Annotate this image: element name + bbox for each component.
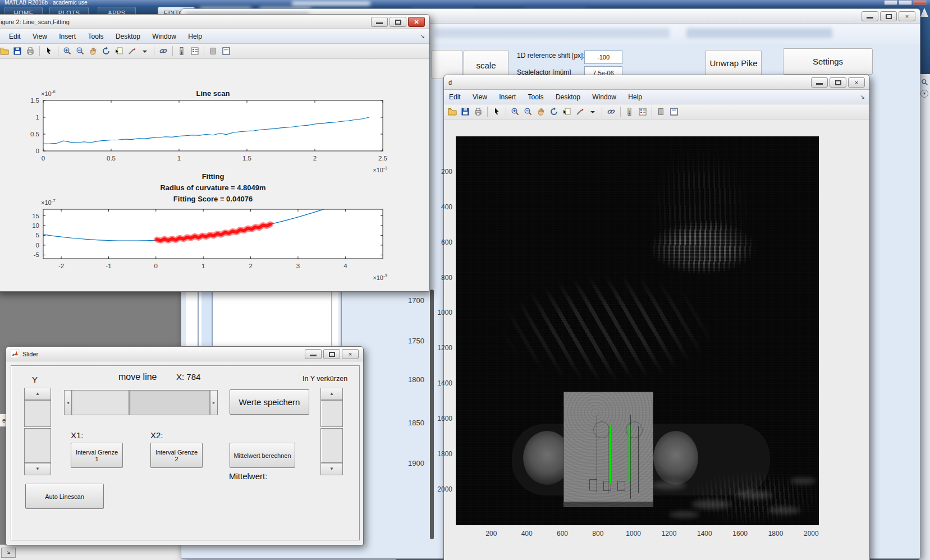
- y2-slider-thumb[interactable]: [320, 400, 343, 427]
- gui-restore-button[interactable]: [880, 11, 897, 21]
- pan-hand-icon[interactable]: [88, 45, 99, 57]
- y-slider-thumb[interactable]: [24, 400, 51, 427]
- figure2-close-button[interactable]: ✕: [408, 17, 425, 27]
- svg-text:4: 4: [343, 263, 347, 269]
- dock-plain-icon[interactable]: [656, 106, 667, 117]
- search-icon[interactable]: [921, 79, 928, 86]
- menu-view[interactable]: View: [28, 29, 52, 44]
- gui-close-button[interactable]: ×: [899, 11, 915, 21]
- matlab-minimize-button[interactable]: [884, 0, 897, 5]
- figure-d-restore-button[interactable]: [830, 77, 846, 88]
- image-y-tick-label: 1400: [433, 379, 452, 387]
- figure-d-close-button[interactable]: ×: [848, 77, 865, 88]
- menu-window[interactable]: Window: [147, 29, 181, 44]
- pointer-icon[interactable]: [491, 106, 502, 117]
- matlab-titlebar: MATLAB R2016b - academic use: [0, 0, 930, 6]
- menu-overflow-icon[interactable]: ↘: [860, 90, 865, 104]
- dropdown-caret-icon[interactable]: [139, 45, 150, 57]
- pointer-icon[interactable]: [43, 45, 54, 57]
- zoom-out-icon[interactable]: [523, 106, 534, 117]
- figure2-restore-button[interactable]: [390, 17, 406, 27]
- zoom-in-icon[interactable]: [62, 45, 73, 57]
- figure-window-d: d × Edit View Insert Tools Desktop Windo…: [443, 75, 870, 560]
- legend-icon[interactable]: [637, 106, 648, 117]
- interval-limit-2-button[interactable]: Interval Grenze 2: [150, 443, 203, 468]
- save-icon[interactable]: [12, 45, 23, 57]
- open-folder-icon[interactable]: [0, 45, 10, 57]
- dock-plain-icon[interactable]: [208, 45, 219, 57]
- data-cursor-icon[interactable]: [113, 45, 125, 57]
- auto-linescan-button[interactable]: Auto Linescan: [25, 484, 104, 509]
- print-icon[interactable]: [473, 106, 484, 117]
- dock-frame-icon[interactable]: [668, 106, 680, 117]
- open-folder-icon[interactable]: [447, 106, 458, 117]
- x-slider-track[interactable]: [129, 390, 210, 415]
- figure2-minimize-button[interactable]: [371, 17, 388, 27]
- menu-insert[interactable]: Insert: [54, 29, 81, 44]
- diagonal-fringes: [487, 263, 728, 394]
- menu-tools[interactable]: Tools: [523, 90, 549, 104]
- slider-minimize-button[interactable]: [305, 349, 322, 359]
- y-slider-down-button[interactable]: ▼: [24, 463, 51, 475]
- y-slider-track[interactable]: [24, 428, 51, 463]
- x-slider-right-button[interactable]: ►: [210, 390, 218, 415]
- pan-hand-icon[interactable]: [535, 106, 547, 117]
- expand-dropdown-icon[interactable]: ▾: [920, 90, 928, 98]
- link-plot-icon[interactable]: [158, 45, 169, 57]
- slider-close-button[interactable]: ×: [342, 349, 359, 359]
- figure-d-minimize-button[interactable]: [811, 77, 828, 88]
- menu-desktop[interactable]: Desktop: [111, 29, 145, 44]
- bottom-scrollbar[interactable]: ⁞▴: [1, 548, 16, 558]
- colorbar-icon[interactable]: [176, 45, 187, 57]
- data-cursor-icon[interactable]: [561, 106, 572, 117]
- y2-slider-track[interactable]: [320, 428, 343, 463]
- brush-icon[interactable]: [574, 106, 585, 117]
- colorbar-icon[interactable]: [624, 106, 635, 117]
- svg-text:0: 0: [42, 155, 45, 162]
- compute-mean-button[interactable]: Mittelwert berechnen: [230, 443, 295, 468]
- y2-slider-down-button[interactable]: ▼: [320, 463, 343, 475]
- slider-restore-button[interactable]: [323, 349, 340, 359]
- image-x-tick-label: 1800: [767, 530, 784, 538]
- print-icon[interactable]: [25, 45, 36, 57]
- y2-slider-up-button[interactable]: ▲: [320, 388, 343, 400]
- zoom-in-icon[interactable]: [510, 106, 521, 117]
- svg-text:-2: -2: [58, 263, 64, 269]
- ref-shift-input[interactable]: [584, 51, 622, 64]
- svg-text:1: 1: [36, 114, 39, 121]
- save-icon[interactable]: [460, 106, 471, 117]
- matlab-maximize-button[interactable]: [899, 0, 912, 5]
- matlab-window-controls: [884, 0, 927, 5]
- matlab-close-button[interactable]: [913, 0, 927, 5]
- image-x-tick-label: 2000: [803, 530, 819, 538]
- menu-view[interactable]: View: [468, 90, 492, 104]
- brush-icon[interactable]: [126, 45, 138, 57]
- menu-tools[interactable]: Tools: [83, 29, 109, 44]
- save-values-button[interactable]: Werte speichern: [230, 389, 309, 415]
- menu-help[interactable]: Help: [623, 90, 647, 104]
- menu-window[interactable]: Window: [587, 90, 621, 104]
- menu-edit[interactable]: Edit: [4, 29, 26, 44]
- menu-edit[interactable]: Edit: [444, 90, 466, 104]
- x-slider-left-button[interactable]: ◄: [64, 390, 72, 415]
- menu-insert[interactable]: Insert: [494, 90, 521, 104]
- toolbar-separator: [620, 107, 621, 117]
- link-plot-icon[interactable]: [606, 106, 617, 117]
- dock-frame-icon[interactable]: [221, 45, 232, 57]
- unwrap-pike-button[interactable]: Unwrap Pike: [705, 50, 762, 76]
- settings-button[interactable]: Settings: [783, 48, 873, 75]
- svg-text:3: 3: [296, 263, 300, 269]
- rotate-3d-icon[interactable]: [548, 106, 560, 117]
- interval-limit-1-button[interactable]: Interval Grenze 1: [71, 443, 123, 468]
- gui-minimize-button[interactable]: [862, 11, 878, 21]
- menu-help[interactable]: Help: [183, 29, 207, 44]
- x-slider-thumb[interactable]: [72, 390, 129, 415]
- legend-icon[interactable]: [189, 45, 200, 57]
- y-slider-up-button[interactable]: ▲: [24, 388, 51, 400]
- menu-overflow-icon[interactable]: ↘: [420, 29, 425, 44]
- menu-desktop[interactable]: Desktop: [551, 90, 585, 104]
- dropdown-caret-icon[interactable]: [587, 106, 598, 117]
- rotate-3d-icon[interactable]: [100, 45, 112, 57]
- zoom-out-icon[interactable]: [75, 45, 86, 57]
- svg-text:Fitting: Fitting: [202, 172, 225, 181]
